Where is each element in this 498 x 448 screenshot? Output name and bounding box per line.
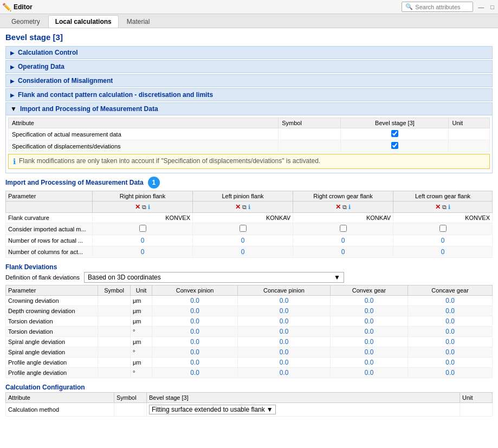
flank-cncp-5: 0.0	[280, 348, 289, 356]
flank-cncg-2: 0.0	[445, 317, 455, 325]
flank-cncg-3: 0.0	[445, 328, 455, 335]
col-symbol: Symbol	[279, 118, 341, 128]
chevron-down-icon: ▼	[267, 406, 273, 413]
col-bevel-stage: Bevel stage [3]	[341, 118, 449, 128]
actions-left-pinion: ✕ ⧉ ℹ	[195, 203, 290, 211]
table-row: Depth crowning deviation μm 0.0 0.0 0.0 …	[6, 306, 493, 316]
section-operating-data[interactable]: ▶ Operating Data	[5, 60, 493, 73]
info-right-pinion-button[interactable]: ℹ	[148, 204, 150, 211]
val-lc-2: 0	[441, 237, 445, 244]
calc-config-section: Calculation Configuration Attribute Symb…	[5, 381, 493, 417]
flank-unit-5: °	[131, 347, 152, 358]
flank-cncg-4: 0.0	[445, 338, 455, 346]
param-consider-actual: Consider imported actual m...	[6, 223, 93, 235]
flank-cg-1: 0.0	[365, 307, 374, 315]
val-lc-0: KONVEX	[393, 213, 493, 223]
val-rc-2: 0	[341, 237, 345, 244]
val-rp-0: KONVEX	[93, 213, 193, 223]
section-flank-contact[interactable]: ▶ Flank and contact pattern calculation …	[5, 88, 493, 101]
checkbox-displacements[interactable]	[391, 142, 398, 149]
delete-right-crown-button[interactable]: ✕	[335, 203, 341, 211]
search-icon: 🔍	[405, 3, 413, 10]
calc-config-title: Calculation Configuration	[5, 381, 493, 392]
chevron-down-icon: ▼	[334, 274, 340, 281]
table-row: Number of columns for act... 0 0 0 0	[6, 246, 493, 258]
app-icon: ✏️	[2, 3, 11, 11]
search-box[interactable]: 🔍	[402, 2, 473, 12]
flank-table: Parameter Symbol Unit Convex pinion Conc…	[5, 285, 493, 378]
arrow-down-icon: ▼	[10, 105, 17, 113]
flank-symbol-7	[98, 368, 131, 378]
table-row: Number of rows for actual ... 0 0 0 0	[6, 235, 493, 246]
def-label: Definition of flank deviations	[5, 274, 80, 281]
tab-geometry[interactable]: Geometry	[4, 15, 47, 28]
calc-method-value: Fitting surface extended to usable flank	[152, 406, 265, 413]
flank-cg-2: 0.0	[365, 317, 374, 325]
badge-1: 1	[148, 177, 160, 189]
section-misalignment[interactable]: ▶ Consideration of Misalignment	[5, 74, 493, 87]
info-left-crown-button[interactable]: ℹ	[448, 204, 450, 211]
def-dropdown-value: Based on 3D coordinates	[88, 274, 161, 281]
flank-symbol-1	[98, 306, 131, 316]
flank-unit-0: μm	[131, 296, 152, 306]
table-row: Torsion deviation μm 0.0 0.0 0.0 0.0	[6, 316, 493, 327]
section-import-header[interactable]: ▼ Import and Processing of Measurement D…	[6, 103, 492, 115]
flank-cncg-1: 0.0	[445, 307, 455, 315]
copy-right-crown-button[interactable]: ⧉	[342, 204, 347, 211]
imp-processing-section: Import and Processing of Measurement Dat…	[5, 176, 493, 258]
copy-left-crown-button[interactable]: ⧉	[442, 204, 447, 211]
search-input[interactable]	[415, 4, 469, 10]
delete-left-crown-button[interactable]: ✕	[435, 203, 441, 211]
param-flank-curvature: Flank curvature	[6, 213, 93, 223]
col-left-crown: Left crown gear flank	[393, 191, 493, 202]
flank-param-3: Torsion deviation	[6, 327, 98, 337]
check-lp-1[interactable]	[240, 225, 247, 232]
import-attr-table: Attribute Symbol Bevel stage [3] Unit Sp…	[8, 118, 490, 152]
minimize-button[interactable]: —	[476, 4, 486, 10]
maximize-button[interactable]: □	[489, 4, 496, 10]
copy-right-pinion-button[interactable]: ⧉	[142, 204, 146, 211]
flank-cp-7: 0.0	[190, 369, 199, 376]
info-icon: ℹ	[13, 157, 16, 166]
delete-left-pinion-button[interactable]: ✕	[235, 203, 241, 211]
flank-cp-6: 0.0	[190, 359, 199, 366]
table-row: Flank curvature KONVEX KONKAV KONKAV KON…	[6, 213, 493, 223]
flank-cp-1: 0.0	[190, 307, 199, 315]
flank-symbol-0	[98, 296, 131, 306]
flank-cp-4: 0.0	[190, 338, 199, 346]
flank-cg-4: 0.0	[365, 338, 374, 346]
val-lp-3: 0	[241, 248, 245, 256]
calc-method-dropdown[interactable]: Fitting surface extended to usable flank…	[149, 405, 276, 414]
actions-right-crown: ✕ ⧉ ℹ	[295, 203, 391, 211]
table-row: Profile angle deviation μm 0.0 0.0 0.0 0…	[6, 358, 493, 368]
check-rc-1[interactable]	[340, 225, 347, 232]
flank-deviations-title: Flank Deviations	[5, 261, 493, 272]
attr-measurement-data: Specification of actual measurement data	[9, 128, 279, 140]
calc-method-attr: Calculation method	[6, 403, 114, 417]
delete-right-pinion-button[interactable]: ✕	[135, 203, 140, 211]
section-calc-control[interactable]: ▶ Calculation Control	[5, 46, 493, 59]
flank-cp-5: 0.0	[190, 348, 199, 356]
flank-cncp-0: 0.0	[280, 297, 289, 304]
col-convex-gear: Convex gear	[330, 285, 408, 296]
arrow-right-icon: ▶	[10, 50, 15, 56]
copy-left-pinion-button[interactable]: ⧉	[242, 204, 247, 211]
flank-unit-3: °	[131, 327, 152, 337]
flank-cg-6: 0.0	[365, 359, 374, 366]
val-lp-0: KONKAV	[193, 213, 293, 223]
tab-local-calculations[interactable]: Local calculations	[48, 15, 119, 28]
col-bevel-stage: Bevel stage [3]	[147, 393, 460, 403]
table-row: Spiral angle deviation ° 0.0 0.0 0.0 0.0	[6, 347, 493, 358]
flank-symbol-5	[98, 347, 131, 358]
info-left-pinion-button[interactable]: ℹ	[248, 204, 250, 211]
info-right-crown-button[interactable]: ℹ	[348, 204, 351, 211]
check-rp-1[interactable]	[139, 225, 146, 232]
flank-cp-3: 0.0	[190, 328, 199, 335]
checkbox-measurement[interactable]	[391, 130, 398, 137]
def-dropdown[interactable]: Based on 3D coordinates ▼	[84, 272, 344, 283]
flank-cncg-5: 0.0	[445, 348, 455, 356]
col-right-pinion: Right pinion flank	[93, 191, 193, 202]
tab-material[interactable]: Material	[120, 15, 157, 28]
check-lc-1[interactable]	[439, 225, 447, 232]
flank-cg-5: 0.0	[365, 348, 374, 356]
